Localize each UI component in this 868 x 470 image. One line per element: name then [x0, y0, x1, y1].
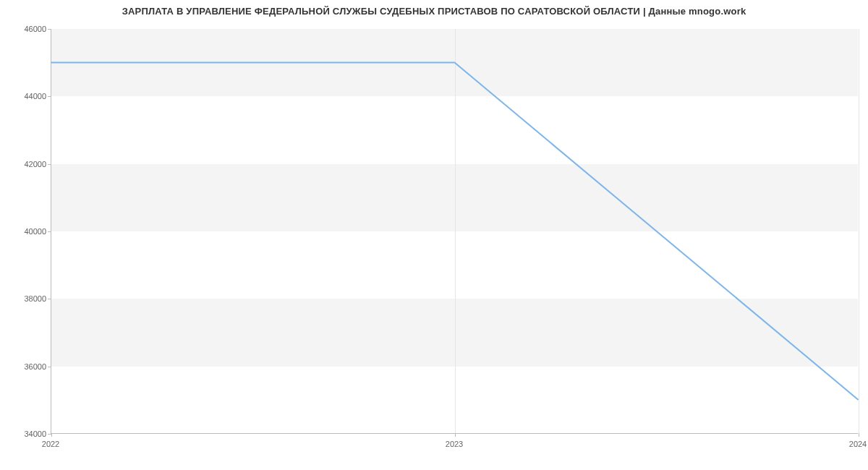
y-tick-mark [48, 164, 51, 165]
y-tick-label: 44000 [3, 92, 46, 101]
plot-area [51, 29, 858, 434]
series-polyline [51, 63, 858, 400]
chart-title: ЗАРПЛАТА В УПРАВЛЕНИЕ ФЕДЕРАЛЬНОЙ СЛУЖБЫ… [0, 6, 868, 17]
y-tick-label: 42000 [3, 160, 46, 168]
y-tick-mark [48, 96, 51, 97]
chart-container: ЗАРПЛАТА В УПРАВЛЕНИЕ ФЕДЕРАЛЬНОЙ СЛУЖБЫ… [0, 0, 868, 470]
x-tick-label: 2022 [42, 440, 59, 448]
y-tick-label: 46000 [3, 25, 46, 33]
y-tick-label: 34000 [3, 430, 46, 438]
y-tick-label: 38000 [3, 294, 46, 303]
x-tick-label: 2024 [849, 440, 867, 448]
y-tick-label: 40000 [3, 227, 46, 236]
x-tick-mark [859, 433, 859, 437]
y-tick-mark [48, 367, 51, 367]
x-tick-mark [455, 433, 456, 437]
y-tick-mark [48, 299, 51, 299]
x-tick-label: 2023 [446, 440, 463, 448]
y-tick-mark [48, 29, 51, 30]
y-tick-mark [48, 231, 51, 232]
x-gridline [859, 29, 859, 433]
line-series [51, 29, 858, 433]
x-tick-mark [51, 433, 52, 437]
y-tick-label: 36000 [3, 362, 46, 371]
